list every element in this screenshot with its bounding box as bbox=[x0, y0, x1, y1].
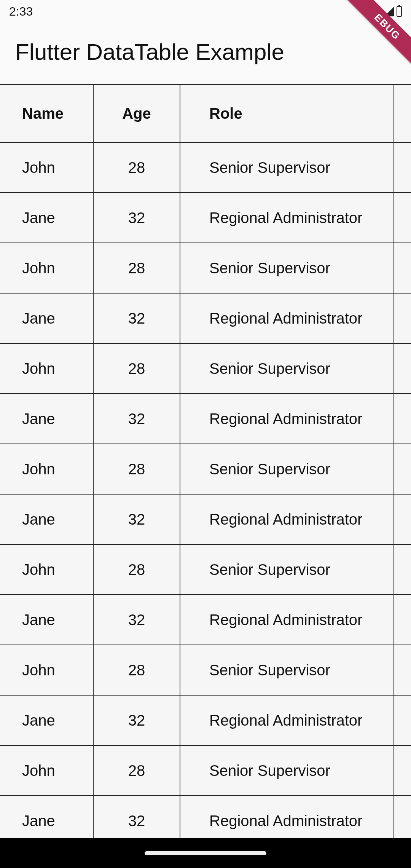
cell-empty bbox=[393, 595, 411, 645]
cell-role: Regional Administrator bbox=[180, 293, 393, 343]
cell-name: John bbox=[0, 142, 93, 193]
table-row[interactable]: Jane32Regional Administrator bbox=[0, 595, 411, 645]
cell-role: Senior Supervisor bbox=[180, 645, 393, 695]
cell-name: John bbox=[0, 343, 93, 394]
cell-empty bbox=[393, 695, 411, 745]
table-row[interactable]: John28Senior Supervisor bbox=[0, 745, 411, 796]
cell-name: Jane bbox=[0, 193, 93, 243]
status-time: 2:33 bbox=[9, 5, 33, 19]
table-row[interactable]: Jane32Regional Administrator bbox=[0, 293, 411, 343]
cell-name: John bbox=[0, 645, 93, 695]
cell-name: Jane bbox=[0, 595, 93, 645]
cell-name: John bbox=[0, 745, 93, 796]
cell-empty bbox=[393, 293, 411, 343]
table-row[interactable]: Jane32Regional Administrator bbox=[0, 394, 411, 444]
cell-empty bbox=[393, 394, 411, 444]
cell-name: Jane bbox=[0, 394, 93, 444]
cell-empty bbox=[393, 645, 411, 695]
table-row[interactable]: John28Senior Supervisor bbox=[0, 544, 411, 595]
cell-empty bbox=[393, 494, 411, 544]
cell-age: 28 bbox=[93, 142, 180, 193]
table-row[interactable]: John28Senior Supervisor bbox=[0, 444, 411, 494]
cell-age: 28 bbox=[93, 243, 180, 293]
table-header-row: Name Age Role bbox=[0, 85, 411, 142]
cell-role: Senior Supervisor bbox=[180, 243, 393, 293]
header-name[interactable]: Name bbox=[0, 85, 93, 142]
status-bar: 2:33 bbox=[0, 0, 411, 23]
cell-empty bbox=[393, 193, 411, 243]
cell-age: 28 bbox=[93, 544, 180, 595]
cell-age: 32 bbox=[93, 394, 180, 444]
cell-age: 32 bbox=[93, 494, 180, 544]
cell-empty bbox=[393, 142, 411, 193]
cell-role: Regional Administrator bbox=[180, 494, 393, 544]
cell-empty bbox=[393, 243, 411, 293]
cell-role: Regional Administrator bbox=[180, 394, 393, 444]
cell-role: Senior Supervisor bbox=[180, 343, 393, 394]
cell-age: 32 bbox=[93, 193, 180, 243]
cell-age: 32 bbox=[93, 595, 180, 645]
table-row[interactable]: John28Senior Supervisor bbox=[0, 243, 411, 293]
table-row[interactable]: Jane32Regional Administrator bbox=[0, 695, 411, 745]
cell-role: Senior Supervisor bbox=[180, 444, 393, 494]
cell-empty bbox=[393, 444, 411, 494]
cell-empty bbox=[393, 544, 411, 595]
header-empty bbox=[393, 85, 411, 142]
cell-role: Senior Supervisor bbox=[180, 544, 393, 595]
cell-role: Senior Supervisor bbox=[180, 745, 393, 796]
cell-role: Regional Administrator bbox=[180, 595, 393, 645]
table-row[interactable]: John28Senior Supervisor bbox=[0, 142, 411, 193]
table-row[interactable]: John28Senior Supervisor bbox=[0, 343, 411, 394]
cell-empty bbox=[393, 343, 411, 394]
page-title: Flutter DataTable Example bbox=[0, 23, 411, 84]
cell-age: 32 bbox=[93, 293, 180, 343]
cell-role: Regional Administrator bbox=[180, 193, 393, 243]
cell-name: John bbox=[0, 243, 93, 293]
cell-empty bbox=[393, 745, 411, 796]
cell-name: Jane bbox=[0, 695, 93, 745]
data-table[interactable]: Name Age Role John28Senior SupervisorJan… bbox=[0, 84, 411, 846]
cell-age: 28 bbox=[93, 745, 180, 796]
header-age[interactable]: Age bbox=[93, 85, 180, 142]
android-nav-bar[interactable] bbox=[0, 838, 411, 868]
cell-age: 32 bbox=[93, 695, 180, 745]
table-row[interactable]: Jane32Regional Administrator bbox=[0, 193, 411, 243]
cell-name: Jane bbox=[0, 293, 93, 343]
cell-role: Senior Supervisor bbox=[180, 142, 393, 193]
cell-age: 28 bbox=[93, 444, 180, 494]
battery-icon bbox=[397, 6, 402, 17]
cell-age: 28 bbox=[93, 645, 180, 695]
cell-name: John bbox=[0, 544, 93, 595]
cell-name: Jane bbox=[0, 494, 93, 544]
cell-role: Regional Administrator bbox=[180, 695, 393, 745]
table-row[interactable]: John28Senior Supervisor bbox=[0, 645, 411, 695]
cell-age: 28 bbox=[93, 343, 180, 394]
nav-pill-icon[interactable] bbox=[145, 851, 266, 855]
table-row[interactable]: Jane32Regional Administrator bbox=[0, 494, 411, 544]
cell-name: John bbox=[0, 444, 93, 494]
header-role[interactable]: Role bbox=[180, 85, 393, 142]
